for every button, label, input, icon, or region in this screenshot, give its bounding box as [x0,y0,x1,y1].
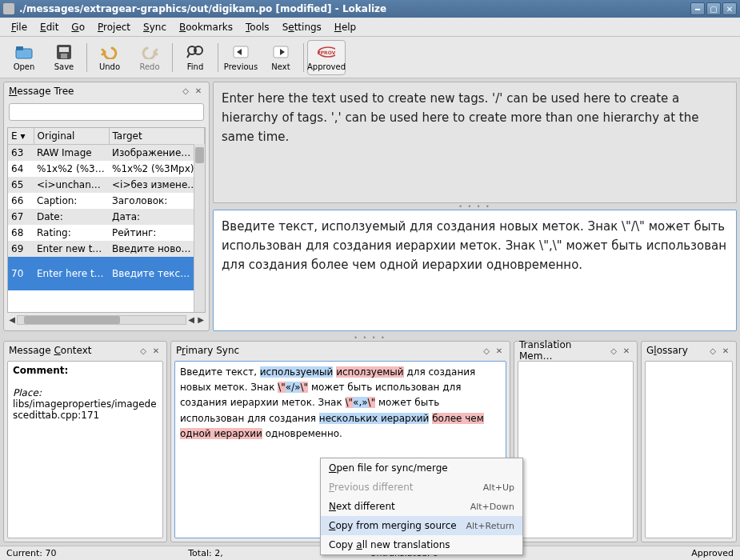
message-context-header: Message Context ◇ ✕ [4,342,166,359]
translation-memory-title: Translation Mem… [519,339,606,362]
panel-undock-button[interactable]: ◇ [608,345,619,356]
message-tree-panel: Message Tree ◇ ✕ E ▾ Original Target 6 [3,82,210,331]
maximize-button[interactable]: ▢ [706,2,721,15]
menu-bookmarks[interactable]: Bookmarks [173,19,239,35]
table-row[interactable]: 70Enter here the …Введите текс… [8,257,205,290]
table-row[interactable]: 69Enter new tag …Введите ново… [8,241,205,257]
previous-button[interactable]: Previous [222,40,260,75]
svg-rect-1 [16,46,23,50]
horizontal-scrollbar[interactable]: ◀ ◀ ▶ [7,314,206,326]
place-label: Place: [13,387,42,398]
translation-memory-panel: Translation Mem… ◇ ✕ [514,341,638,542]
svg-rect-3 [59,47,69,52]
menu-edit[interactable]: Edit [34,19,65,35]
titlebar: ./messages/extragear-graphics/out/digika… [0,0,740,18]
main-splitter[interactable]: • • • • [0,334,740,341]
window-title: ./messages/extragear-graphics/out/digika… [19,3,690,14]
undo-icon [101,43,118,61]
message-context-body: Comment: Place: libs/imageproperties/ima… [7,361,163,538]
glossary-panel: Glossary ◇ ✕ [641,341,737,542]
top-row: Message Tree ◇ ✕ E ▾ Original Target 6 [0,78,740,334]
table-row[interactable]: 63RAW ImageИзображение… [8,144,205,161]
minimize-button[interactable]: ━ [690,2,705,15]
approved-label: Approved [307,62,346,71]
next-button[interactable]: Next [262,40,300,75]
close-button[interactable]: ✕ [722,2,737,15]
find-icon [186,43,204,61]
scroll-left-icon[interactable]: ◀ [7,315,17,325]
save-icon [55,43,73,61]
find-button[interactable]: Find [176,40,214,75]
horizontal-splitter[interactable]: • • • • [213,203,737,210]
menu-go[interactable]: Go [65,19,91,35]
app-icon [3,3,14,14]
primary-sync-title: Primary Sync [176,345,479,356]
save-button[interactable]: Save [45,40,83,75]
panel-undock-button[interactable]: ◇ [138,345,149,356]
table-row[interactable]: 64%1x%2 (%3Mpx)%1x%2 (%3Mpx) [8,161,205,177]
menu-help[interactable]: Help [328,19,362,35]
translation-memory-body [518,361,634,538]
ctxmenu-open-file[interactable]: Open file for sync/merge [321,458,522,478]
message-context-title: Message Context [9,345,136,356]
ctxmenu-previous-different: Previous different Alt+Up [321,478,522,497]
panel-undock-button[interactable]: ◇ [481,345,492,356]
undo-label: Undo [99,62,120,71]
col-target[interactable]: Target [109,128,205,145]
scroll-right-icon[interactable]: ◀ [186,315,196,325]
scroll-right-icon[interactable]: ▶ [196,315,206,325]
col-entry[interactable]: E ▾ [8,128,34,145]
table-row[interactable]: 68Rating:Рейтинг: [8,225,205,241]
open-button[interactable]: Open [5,40,43,75]
col-original[interactable]: Original [34,128,109,145]
status-approved: Approved [552,548,734,558]
vertical-scrollbar[interactable] [194,144,205,312]
sort-icon: ▾ [20,130,25,142]
find-label: Find [187,62,204,71]
glossary-title: Glossary [646,345,706,356]
message-tree-table[interactable]: E ▾ Original Target 63RAW ImageИзображен… [7,127,206,313]
redo-label: Redo [139,62,159,71]
table-row[interactable]: 67Date:Дата: [8,209,205,225]
ctxmenu-copy-all[interactable]: Copy all new translations [321,535,522,554]
glossary-header: Glossary ◇ ✕ [642,342,736,359]
open-label: Open [14,62,35,71]
approved-button[interactable]: APPROVED Approved [307,40,346,75]
next-label: Next [271,62,290,71]
source-text-pane: Enter here the text used to create new t… [213,82,737,203]
toolbar-separator [218,43,218,72]
target-text-pane[interactable]: Введите текст, исползуемый для создания … [213,210,737,331]
panel-undock-button[interactable]: ◇ [180,86,191,97]
panel-close-button[interactable]: ✕ [193,86,204,97]
menu-tools[interactable]: Tools [239,19,276,35]
table-row[interactable]: 65<i>unchanged…<i>без измене… [8,177,205,193]
message-tree-header: Message Tree ◇ ✕ [4,82,209,100]
filter-input[interactable] [9,103,204,121]
menu-sync[interactable]: Sync [137,19,173,35]
panel-undock-button[interactable]: ◇ [707,345,718,356]
save-label: Save [54,62,74,71]
approved-icon: APPROVED [318,43,335,61]
glossary-body [645,361,733,538]
undo-button[interactable]: Undo [90,40,129,75]
menu-project[interactable]: Project [91,19,137,35]
svg-line-7 [187,54,190,58]
panel-close-button[interactable]: ✕ [621,345,632,356]
redo-button: Redo [130,40,169,75]
table-row[interactable]: 66Caption:Заголовок: [8,193,205,209]
context-menu: Open file for sync/merge Previous differ… [320,458,523,555]
redo-icon [141,43,158,61]
menu-file[interactable]: File [5,19,34,35]
panel-close-button[interactable]: ✕ [720,345,731,356]
message-context-panel: Message Context ◇ ✕ Comment: Place: libs… [3,341,167,542]
ctxmenu-next-different[interactable]: Next different Alt+Down [321,497,522,516]
menu-settings[interactable]: Settings [276,19,328,35]
ctxmenu-copy-from-merge[interactable]: Copy from merging source Alt+Return [321,516,522,535]
toolbar-separator [172,43,173,72]
svg-text:APPROVED: APPROVED [318,50,335,55]
translation-memory-header: Translation Mem… ◇ ✕ [514,342,637,359]
primary-sync-header: Primary Sync ◇ ✕ [171,342,510,359]
open-icon [15,43,33,61]
panel-close-button[interactable]: ✕ [494,345,505,356]
panel-close-button[interactable]: ✕ [150,345,162,356]
